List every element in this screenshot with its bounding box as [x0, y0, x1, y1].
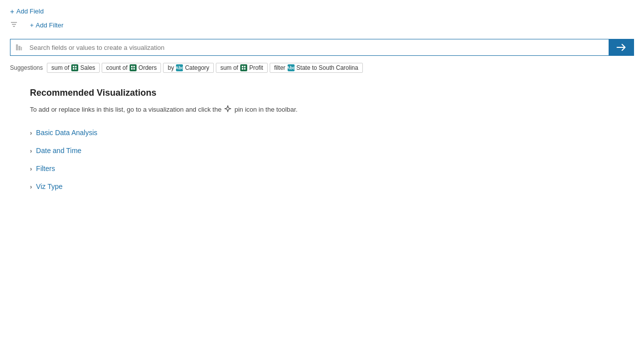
- chip-prefix-sum-sales: sum of: [51, 64, 69, 71]
- search-row: [0, 35, 644, 60]
- svg-rect-10: [131, 66, 133, 67]
- chip-icon-dimension-category: Abc: [176, 64, 183, 71]
- section-title: Recommended Visualizations: [30, 88, 624, 98]
- svg-rect-3: [16, 44, 18, 50]
- add-filter-label: Add Filter: [36, 21, 64, 29]
- chip-label-orders: Orders: [139, 64, 157, 71]
- filter-icon: [10, 20, 18, 30]
- search-container: [10, 39, 634, 56]
- search-input[interactable]: [27, 40, 609, 55]
- plus-icon: +: [10, 7, 14, 15]
- description-part2: pin icon in the toolbar.: [234, 106, 297, 113]
- suggestions-row: Suggestions sum of Sales count of: [0, 60, 644, 78]
- measure-grid-icon-profit: [241, 65, 246, 70]
- chip-icon-measure-orders: [130, 64, 137, 71]
- chip-label-state: State to South Carolina: [297, 64, 358, 71]
- svg-rect-7: [75, 66, 77, 67]
- chevron-icon-date-and-time: ›: [30, 147, 32, 155]
- svg-rect-17: [244, 68, 245, 70]
- svg-rect-4: [18, 46, 20, 50]
- add-field-row: + Add Field: [0, 0, 644, 20]
- chip-prefix-sum-profit: sum of: [220, 64, 238, 71]
- svg-rect-14: [242, 66, 243, 67]
- suggestion-chip-filter-state[interactable]: filter Abc State to South Carolina: [270, 63, 363, 73]
- chevron-icon-basic-data-analysis: ›: [30, 129, 32, 137]
- svg-rect-13: [133, 68, 135, 70]
- chip-label-sales: Sales: [80, 64, 95, 71]
- suggestion-chip-sum-profit[interactable]: sum of Profit: [216, 63, 268, 73]
- viz-list: › Basic Data Analysis › Date and Time › …: [30, 124, 624, 195]
- chevron-icon-filters: ›: [30, 165, 32, 173]
- chip-prefix-filter-state: filter: [274, 64, 286, 71]
- chip-prefix-count-orders: count of: [106, 64, 128, 71]
- chip-icon-measure-sales: [71, 64, 78, 71]
- chip-icon-measure-profit: [240, 64, 247, 71]
- viz-item-label-filters: Filters: [36, 165, 55, 173]
- visualization-icon: [15, 44, 22, 51]
- suggestion-chip-by-category[interactable]: by Abc Category: [163, 63, 213, 73]
- add-filter-button[interactable]: + Add Filter: [30, 21, 63, 29]
- svg-rect-9: [75, 68, 77, 70]
- add-field-button[interactable]: + Add Field: [10, 7, 44, 15]
- viz-list-item-basic-data-analysis[interactable]: › Basic Data Analysis: [30, 124, 624, 142]
- svg-rect-8: [73, 68, 74, 70]
- viz-item-label-basic-data-analysis: Basic Data Analysis: [36, 129, 97, 137]
- description-part1: To add or replace links in this list, go…: [30, 106, 221, 113]
- viz-item-label-date-and-time: Date and Time: [36, 147, 81, 155]
- viz-list-item-filters[interactable]: › Filters: [30, 160, 624, 177]
- content-area: Recommended Visualizations To add or rep…: [0, 78, 644, 205]
- svg-rect-16: [242, 68, 243, 70]
- search-submit-button[interactable]: [609, 39, 634, 55]
- chip-label-profit: Profit: [249, 64, 263, 71]
- viz-list-item-date-and-time[interactable]: › Date and Time: [30, 142, 624, 160]
- measure-grid-icon-orders: [131, 65, 136, 70]
- svg-rect-15: [244, 66, 245, 67]
- suggestion-chip-count-orders[interactable]: count of Orders: [102, 63, 161, 73]
- pin-icon: [224, 105, 231, 114]
- svg-rect-11: [133, 66, 135, 67]
- measure-grid-icon-sales: [72, 65, 77, 70]
- chevron-icon-viz-type: ›: [30, 183, 32, 190]
- svg-rect-12: [131, 68, 133, 70]
- chip-label-category: Category: [185, 64, 209, 71]
- arrow-right-icon: [617, 44, 626, 51]
- svg-rect-5: [21, 47, 22, 50]
- suggestion-chip-sum-sales[interactable]: sum of Sales: [47, 63, 100, 73]
- add-filter-row: + Add Filter: [0, 20, 644, 35]
- svg-rect-6: [73, 66, 74, 67]
- viz-item-label-viz-type: Viz Type: [36, 182, 62, 190]
- chip-icon-dimension-state: Abc: [288, 64, 295, 71]
- suggestions-label: Suggestions: [10, 64, 43, 71]
- plus-filter-icon: +: [30, 21, 34, 29]
- main-container: + Add Field + Add Filter: [0, 0, 644, 350]
- search-icon-area: [10, 40, 27, 55]
- chip-prefix-by-category: by: [167, 64, 174, 71]
- description-text: To add or replace links in this list, go…: [30, 105, 624, 114]
- viz-list-item-viz-type[interactable]: › Viz Type: [30, 177, 624, 195]
- add-field-label: Add Field: [16, 7, 44, 15]
